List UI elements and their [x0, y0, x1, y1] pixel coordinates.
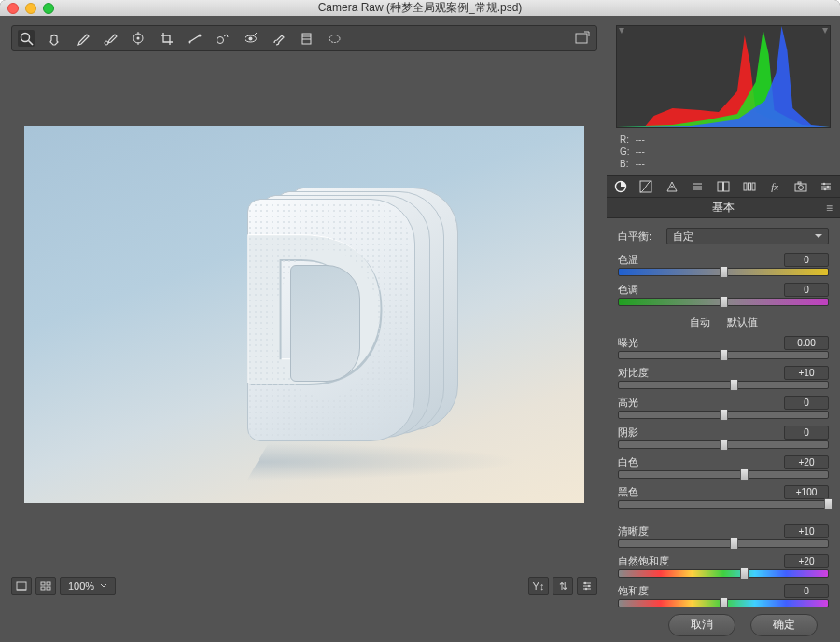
- targeted-adjustment-tool[interactable]: [130, 30, 147, 47]
- svg-point-8: [188, 40, 190, 43]
- svg-point-30: [585, 588, 587, 590]
- preview-viewport[interactable]: D: [11, 68, 597, 560]
- svg-line-1: [28, 40, 33, 45]
- svg-rect-40: [744, 183, 747, 190]
- slider-value-input[interactable]: 0: [784, 253, 829, 267]
- cancel-button[interactable]: 取消: [668, 614, 735, 636]
- slider-track[interactable]: [618, 268, 829, 276]
- straighten-tool[interactable]: [186, 30, 203, 47]
- slider-track[interactable]: [618, 411, 829, 419]
- tab-fx-icon[interactable]: fx: [766, 178, 783, 195]
- tab-hsl-icon[interactable]: [690, 178, 707, 195]
- slider-handle[interactable]: [720, 439, 728, 451]
- histogram[interactable]: [616, 25, 831, 128]
- image-preview: D: [24, 126, 584, 503]
- slider-label: 阴影: [618, 426, 638, 440]
- zoom-value: 100%: [68, 580, 94, 592]
- tab-presets-icon[interactable]: [819, 178, 835, 195]
- slider-handle[interactable]: [720, 409, 728, 421]
- tab-lens-icon[interactable]: [741, 178, 758, 195]
- slider-track[interactable]: [618, 298, 829, 306]
- grid-view-toggle[interactable]: [35, 577, 56, 595]
- tab-camera-icon[interactable]: [792, 178, 809, 195]
- window-title: Camera Raw (种梦全局观案例_常规.psd): [0, 0, 840, 16]
- svg-point-12: [248, 36, 252, 40]
- slider-handle[interactable]: [730, 537, 738, 550]
- auto-default-row: 自动 默认值: [618, 315, 829, 329]
- color-sampler-tool[interactable]: [102, 30, 119, 47]
- svg-point-44: [798, 186, 803, 190]
- svg-rect-41: [748, 183, 750, 190]
- panel-title-text: 基本: [712, 200, 735, 216]
- rgb-readout: R: --- G: --- B: ---: [607, 133, 840, 170]
- content-area: D 100% Y↕ ⇅: [0, 16, 840, 607]
- tab-curve-icon[interactable]: [638, 178, 655, 195]
- auto-link[interactable]: 自动: [690, 315, 710, 329]
- slider-handle[interactable]: [740, 468, 749, 481]
- svg-point-4: [136, 36, 139, 39]
- slider-track[interactable]: [618, 351, 829, 359]
- adjustment-brush-tool[interactable]: [270, 30, 287, 47]
- slider-value-input[interactable]: +20: [784, 455, 829, 469]
- tab-detail-icon[interactable]: [664, 178, 680, 195]
- svg-rect-22: [47, 582, 50, 585]
- slider-value-input[interactable]: +100: [784, 485, 829, 499]
- slider-label: 清晰度: [618, 524, 649, 538]
- slider-label: 色调: [618, 283, 638, 297]
- toggle-fullscreen-icon[interactable]: [574, 30, 591, 47]
- spot-removal-tool[interactable]: [214, 30, 231, 47]
- slider-label: 高光: [618, 396, 638, 410]
- svg-point-9: [198, 34, 201, 36]
- slider-track[interactable]: [618, 539, 829, 548]
- slider-handle[interactable]: [740, 567, 749, 579]
- ok-button[interactable]: 确定: [750, 614, 818, 636]
- slider-value-input[interactable]: +10: [784, 366, 829, 380]
- slider-contrast: 对比度+10: [618, 365, 829, 389]
- svg-point-49: [823, 183, 826, 186]
- slider-temp: 色温0: [618, 252, 829, 276]
- slider-value-input[interactable]: 0: [784, 426, 829, 440]
- white-balance-eyedropper[interactable]: [74, 30, 91, 47]
- panel-menu-icon[interactable]: ≡: [826, 202, 833, 215]
- svg-rect-39: [724, 182, 730, 191]
- slider-handle[interactable]: [730, 379, 738, 391]
- slider-high: 高光0: [618, 395, 829, 419]
- slider-value-input[interactable]: 0: [784, 584, 829, 598]
- slider-value-input[interactable]: +20: [784, 554, 829, 568]
- slider-handle[interactable]: [720, 597, 728, 607]
- slider-value-input[interactable]: 0.00: [784, 336, 829, 350]
- tab-split-icon[interactable]: [715, 178, 732, 195]
- zoom-select[interactable]: 100%: [60, 577, 116, 595]
- slider-value-input[interactable]: 0: [784, 396, 829, 410]
- before-after-y-toggle[interactable]: Y↕: [528, 577, 549, 595]
- slider-track[interactable]: [618, 470, 829, 479]
- slider-track[interactable]: [618, 381, 829, 389]
- slider-track[interactable]: [618, 440, 829, 449]
- main-pane: D 100% Y↕ ⇅: [0, 16, 607, 607]
- swap-before-after-toggle[interactable]: ⇅: [553, 577, 573, 595]
- defaults-link[interactable]: 默认值: [727, 315, 758, 329]
- slider-track[interactable]: [618, 569, 829, 578]
- slider-handle[interactable]: [720, 349, 728, 361]
- graduated-filter-tool[interactable]: [298, 30, 315, 47]
- svg-line-7: [189, 35, 200, 42]
- white-balance-select[interactable]: 自定: [666, 228, 829, 244]
- slider-handle[interactable]: [824, 498, 833, 510]
- single-view-toggle[interactable]: [11, 577, 32, 595]
- slider-value-input[interactable]: +10: [784, 524, 829, 538]
- radial-filter-tool[interactable]: [326, 30, 343, 47]
- preview-settings-toggle[interactable]: [577, 577, 597, 595]
- crop-tool[interactable]: [158, 30, 175, 47]
- slider-track[interactable]: [618, 599, 829, 607]
- slider-handle[interactable]: [720, 266, 728, 278]
- hand-tool[interactable]: [46, 30, 63, 47]
- slider-tint: 色调0: [618, 282, 829, 306]
- zoom-tool[interactable]: [18, 30, 35, 47]
- svg-rect-19: [17, 582, 26, 590]
- tab-basic-icon[interactable]: [612, 178, 629, 195]
- slider-track[interactable]: [618, 500, 829, 509]
- red-eye-tool[interactable]: [242, 30, 259, 47]
- slider-handle[interactable]: [720, 296, 728, 308]
- slider-label: 曝光: [618, 336, 638, 350]
- slider-value-input[interactable]: 0: [784, 283, 829, 297]
